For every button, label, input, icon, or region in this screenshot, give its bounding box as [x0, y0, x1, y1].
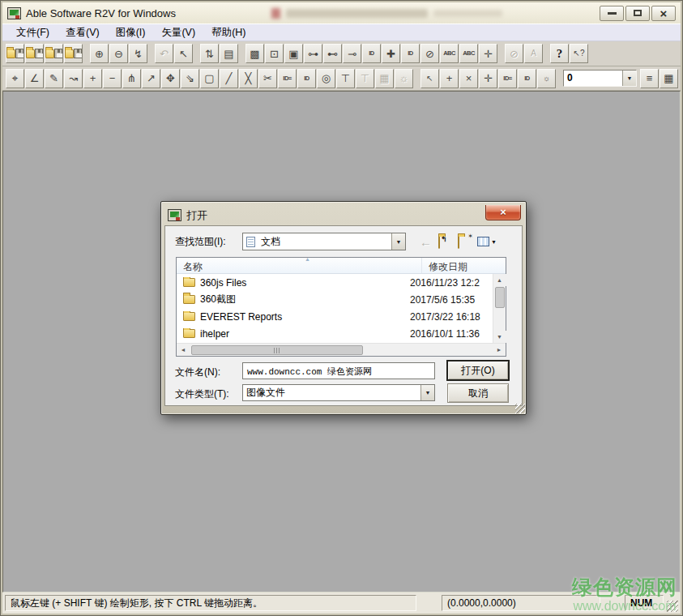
- crop-button[interactable]: ⊡: [265, 44, 284, 63]
- add-point-button[interactable]: +: [440, 69, 459, 88]
- grid-button[interactable]: ▦: [660, 69, 678, 88]
- erase-select-button[interactable]: ⊘: [505, 44, 523, 63]
- layer-combobox[interactable]: 0 ▼: [563, 70, 637, 87]
- image-info-button[interactable]: ▤: [220, 44, 238, 63]
- window-resize-grip[interactable]: [667, 601, 678, 612]
- open-confirm-button[interactable]: 打开(O): [447, 361, 509, 380]
- menu-vector[interactable]: 矢量(V): [154, 24, 203, 41]
- folder-icon: [183, 295, 195, 304]
- move-point-button[interactable]: ✛: [479, 69, 497, 88]
- zoom-area-button[interactable]: ↯: [129, 44, 147, 63]
- 360js Files[interactable]: 360js Files 2016/11/23 12:2: [177, 274, 493, 291]
- zoom-in-button[interactable]: ⊕: [90, 44, 109, 63]
- move-node-button[interactable]: ↝: [64, 69, 83, 88]
- dialog-resize-grip[interactable]: [515, 404, 525, 413]
- new-folder-button[interactable]: ✶: [458, 235, 471, 248]
- remove-marker-button[interactable]: ⊘: [420, 44, 439, 63]
- chevron-down-icon[interactable]: ▼: [391, 233, 405, 250]
- maximize-button[interactable]: [625, 6, 650, 21]
- menu-image[interactable]: 图像(I): [109, 24, 153, 41]
- scroll-left-icon[interactable]: ◄: [177, 344, 190, 356]
- assign-line-id-button[interactable]: ID: [297, 69, 316, 88]
- minimize-button[interactable]: [600, 6, 624, 21]
- menu-view[interactable]: 查看(V): [58, 24, 107, 41]
- filename-input[interactable]: www.downcc.com 绿色资源网: [242, 362, 435, 379]
- vertical-scrollbar[interactable]: ▲ ▼: [493, 274, 506, 343]
- save-image-as-button[interactable]: [45, 44, 63, 63]
- undo-button[interactable]: ↶: [155, 44, 173, 63]
- image-region-button[interactable]: ▦: [375, 69, 394, 88]
- help-button[interactable]: ?: [550, 44, 569, 63]
- elevation-button[interactable]: ⊤: [336, 69, 355, 88]
- select-point-button[interactable]: ↖: [420, 69, 439, 88]
- line-mid-node-button[interactable]: ⊷: [323, 44, 342, 63]
- line-light-button[interactable]: ☼: [395, 69, 413, 88]
- chevron-down-icon[interactable]: ▼: [420, 385, 434, 400]
- lookin-combobox[interactable]: 文档 ▼: [242, 233, 406, 250]
- join-line-button[interactable]: ↗: [142, 69, 160, 88]
- dither-button[interactable]: ▩: [245, 44, 264, 63]
- id-point-button[interactable]: ID: [401, 44, 420, 63]
- line-start-node-button[interactable]: ⊶: [304, 44, 322, 63]
- cancel-button[interactable]: 取消: [447, 383, 509, 403]
- open-button[interactable]: [6, 44, 24, 63]
- menu-help[interactable]: 帮助(H): [204, 24, 253, 41]
- context-help-button[interactable]: ↖?: [570, 44, 588, 63]
- app-icon: [7, 7, 21, 19]
- select-cursor-button[interactable]: ↖: [174, 44, 193, 63]
- label-box-button[interactable]: ABC: [440, 44, 459, 63]
- horizontal-scroll-thumb[interactable]: [191, 345, 363, 355]
- remove-node-button[interactable]: −: [103, 69, 122, 88]
- layers-button[interactable]: ≡: [640, 69, 659, 88]
- point-id-button[interactable]: ID: [518, 69, 536, 88]
- add-point-marker-button[interactable]: ✚: [382, 44, 400, 63]
- folder-icon: [183, 278, 195, 287]
- back-button[interactable]: ←: [420, 235, 432, 248]
- point-light-button[interactable]: ☼: [537, 69, 556, 88]
- frame-button[interactable]: ▣: [284, 44, 303, 63]
- chevron-down-icon[interactable]: ▼: [622, 71, 636, 86]
- vertical-scroll-thumb[interactable]: [495, 287, 505, 308]
- cross-line-button[interactable]: ╳: [239, 69, 258, 88]
- view-menu-button[interactable]: ▼: [477, 235, 497, 248]
- column-header-date[interactable]: 修改日期: [422, 258, 506, 273]
- up-one-level-button[interactable]: ↰: [438, 235, 451, 248]
- id-link-button[interactable]: ID: [362, 44, 381, 63]
- add-node-button[interactable]: +: [83, 69, 102, 88]
- draw-line-button[interactable]: ∠: [25, 69, 44, 88]
- pick-line-button[interactable]: ⌖: [6, 69, 24, 88]
- select-rect-button[interactable]: ▢: [200, 69, 219, 88]
- hatch-button[interactable]: ◎: [317, 69, 335, 88]
- menu-file[interactable]: 文件(F): [9, 24, 57, 41]
- column-header-name[interactable]: 名称: [177, 258, 422, 273]
- fit-vertical-button[interactable]: ⇅: [200, 44, 219, 63]
- snap-node-button[interactable]: ⇘: [181, 69, 199, 88]
- move-lines-button[interactable]: ✥: [161, 69, 180, 88]
- save-button[interactable]: [25, 44, 44, 63]
- scroll-right-icon[interactable]: ►: [493, 344, 506, 356]
- lookin-label: 查找范围(I):: [175, 235, 226, 249]
- label-text-button[interactable]: ABC: [459, 44, 478, 63]
- scroll-down-icon[interactable]: ▼: [493, 331, 506, 343]
- 360截图[interactable]: 360截图 2017/5/6 15:35: [177, 291, 493, 308]
- save-vector-as-button[interactable]: [64, 44, 83, 63]
- line-end-node-button[interactable]: ⊸: [343, 44, 361, 63]
- set-line-id-button[interactable]: ID=: [278, 69, 297, 88]
- close-button[interactable]: ×: [651, 6, 676, 21]
- EVEREST Reports[interactable]: EVEREST Reports 2017/3/22 16:18: [177, 308, 493, 325]
- delete-point-button[interactable]: ×: [459, 69, 478, 88]
- ihelper[interactable]: ihelper 2016/10/1 11:36: [177, 325, 493, 342]
- trim-line-button[interactable]: ✂: [258, 69, 277, 88]
- erase-draw-button[interactable]: ✎: [45, 69, 63, 88]
- center-mark-button[interactable]: ✛: [479, 44, 497, 63]
- horizontal-scrollbar[interactable]: ◄ ►: [177, 343, 506, 356]
- zoom-out-button[interactable]: ⊖: [109, 44, 128, 63]
- point-id-set-button[interactable]: ID=: [498, 69, 517, 88]
- dialog-close-button[interactable]: ×: [485, 205, 521, 220]
- filetype-combobox[interactable]: 图像文件 ▼: [242, 384, 435, 401]
- slash-node-button[interactable]: ╱: [220, 69, 238, 88]
- split-line-button[interactable]: ⋔: [122, 69, 141, 88]
- scroll-up-icon[interactable]: ▲: [493, 274, 506, 286]
- elevation-alt-button[interactable]: ⊤: [356, 69, 374, 88]
- text-select-button[interactable]: A: [524, 44, 543, 63]
